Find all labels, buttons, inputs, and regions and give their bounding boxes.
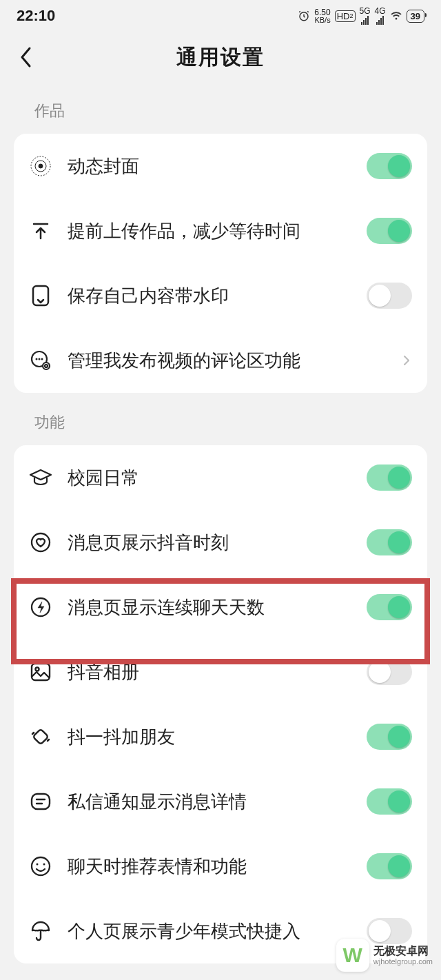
- row-label: 抖音相册: [52, 660, 367, 684]
- toggle-shake-friends[interactable]: [367, 724, 412, 750]
- row-comment-manage[interactable]: 管理我发布视频的评论区功能: [14, 328, 427, 393]
- phone-down-icon: [29, 284, 52, 307]
- row-preupload: 提前上传作品，减少等待时间: [14, 198, 427, 263]
- toggle-dynamic-cover[interactable]: [367, 153, 412, 179]
- status-bar: 22:10 6.50 KB/s HD2 5G 4G 39: [0, 0, 441, 29]
- signal-5g: 5G: [360, 7, 371, 25]
- shake-icon: [29, 725, 52, 748]
- row-shake-friends: 抖一抖加朋友: [14, 704, 427, 769]
- graduation-cap-icon: [29, 466, 52, 489]
- wifi-icon: [390, 11, 402, 21]
- row-label: 消息页展示抖音时刻: [52, 531, 367, 555]
- hd-badge: HD2: [335, 10, 356, 22]
- watermark-name: 无极安卓网: [373, 945, 433, 957]
- page-title: 通用设置: [176, 43, 265, 72]
- svg-point-7: [39, 358, 41, 360]
- message-lines-icon: [29, 790, 52, 813]
- svg-point-8: [41, 358, 43, 360]
- bolt-circle-icon: [29, 595, 52, 619]
- nav-header: 通用设置: [0, 33, 441, 81]
- row-campus: 校园日常: [14, 445, 427, 510]
- row-dynamic-cover: 动态封面: [14, 134, 427, 198]
- section-works-card: 动态封面 提前上传作品，减少等待时间 保存自己内容带水印 管理我发布视频的评论区…: [14, 134, 427, 393]
- comment-gear-icon: [29, 349, 52, 372]
- back-button[interactable]: [12, 43, 40, 71]
- svg-rect-15: [33, 729, 49, 745]
- toggle-campus[interactable]: [367, 465, 412, 491]
- row-watermark: 保存自己内容带水印: [14, 263, 427, 328]
- toggle-preupload[interactable]: [367, 218, 412, 244]
- umbrella-icon: [29, 919, 52, 943]
- row-chat-streak: 消息页显示连续聊天天数: [14, 575, 427, 640]
- section-header-works: 作品: [0, 81, 441, 134]
- toggle-watermark[interactable]: [367, 283, 412, 309]
- battery-indicator: 39: [407, 10, 424, 23]
- heart-circle-icon: [29, 531, 52, 554]
- row-label: 动态封面: [52, 154, 367, 178]
- smile-icon: [29, 855, 52, 878]
- svg-point-6: [36, 358, 38, 360]
- chevron-right-icon: [401, 355, 412, 366]
- signal-4g: 4G: [375, 7, 386, 25]
- svg-point-19: [43, 864, 45, 866]
- row-label: 聊天时推荐表情和功能: [52, 855, 367, 879]
- svg-point-9: [43, 363, 50, 369]
- svg-point-18: [37, 864, 39, 866]
- row-label: 个人页展示青少年模式快捷入: [52, 919, 367, 943]
- watermark-url: wjhotelgroup.com: [373, 957, 433, 966]
- chevron-left-icon: [19, 46, 33, 68]
- row-douyin-moments: 消息页展示抖音时刻: [14, 510, 427, 575]
- alarm-icon: [298, 10, 310, 22]
- row-douyin-album: 抖音相册: [14, 640, 427, 704]
- svg-point-3: [39, 164, 43, 168]
- row-emoji-suggest: 聊天时推荐表情和功能: [14, 834, 427, 899]
- svg-point-11: [32, 533, 50, 551]
- row-label: 抖一抖加朋友: [52, 725, 367, 749]
- toggle-dm-notify[interactable]: [367, 788, 412, 815]
- toggle-emoji-suggest[interactable]: [367, 853, 412, 879]
- toggle-douyin-moments[interactable]: [367, 529, 412, 555]
- svg-rect-13: [32, 664, 50, 680]
- row-label: 校园日常: [52, 466, 367, 490]
- target-icon: [29, 154, 52, 178]
- svg-point-17: [32, 857, 50, 875]
- row-label: 消息页显示连续聊天天数: [52, 595, 367, 620]
- section-features-card: 校园日常 消息页展示抖音时刻 消息页显示连续聊天天数 抖音相册 抖一抖加朋友: [14, 445, 427, 963]
- upload-arrow-icon: [29, 219, 52, 243]
- row-label: 私信通知显示消息详情: [52, 790, 367, 814]
- toggle-chat-streak[interactable]: [367, 594, 412, 620]
- watermark-logo: W: [336, 939, 369, 972]
- net-speed: 6.50 KB/s: [314, 8, 330, 24]
- status-time: 22:10: [17, 7, 55, 25]
- svg-point-14: [36, 668, 39, 671]
- row-label: 保存自己内容带水印: [52, 284, 367, 308]
- status-indicators: 6.50 KB/s HD2 5G 4G 39: [298, 7, 424, 25]
- picture-icon: [29, 660, 52, 684]
- toggle-douyin-album[interactable]: [367, 659, 412, 685]
- row-label: 提前上传作品，减少等待时间: [52, 219, 367, 243]
- svg-rect-16: [32, 794, 50, 809]
- row-dm-notify: 私信通知显示消息详情: [14, 769, 427, 834]
- row-label: 管理我发布视频的评论区功能: [52, 349, 401, 373]
- section-header-features: 功能: [0, 393, 441, 445]
- watermark: W 无极安卓网 wjhotelgroup.com: [336, 939, 433, 972]
